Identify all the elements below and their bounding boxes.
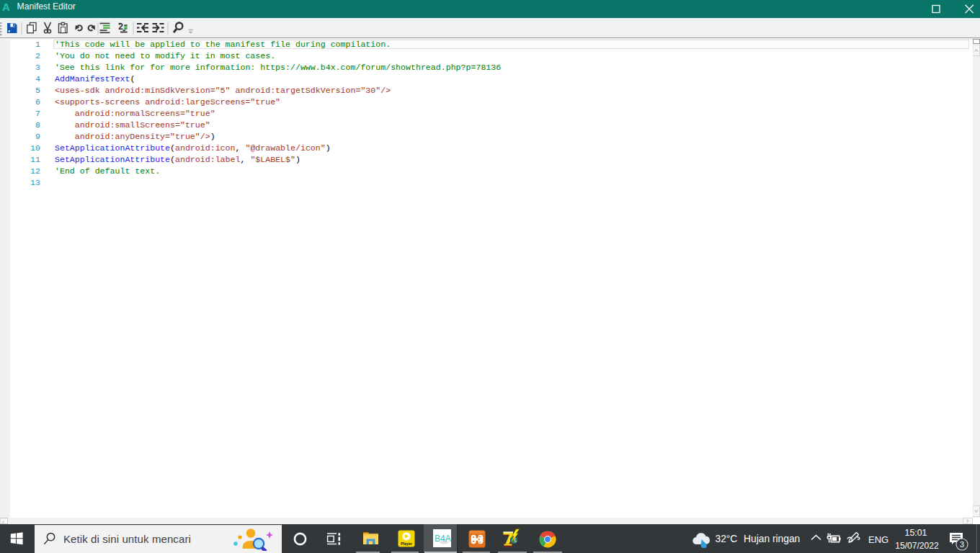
svg-text:Player: Player — [401, 541, 413, 546]
svg-text:3: 3 — [960, 540, 964, 549]
svg-text:B4A: B4A — [435, 534, 451, 544]
